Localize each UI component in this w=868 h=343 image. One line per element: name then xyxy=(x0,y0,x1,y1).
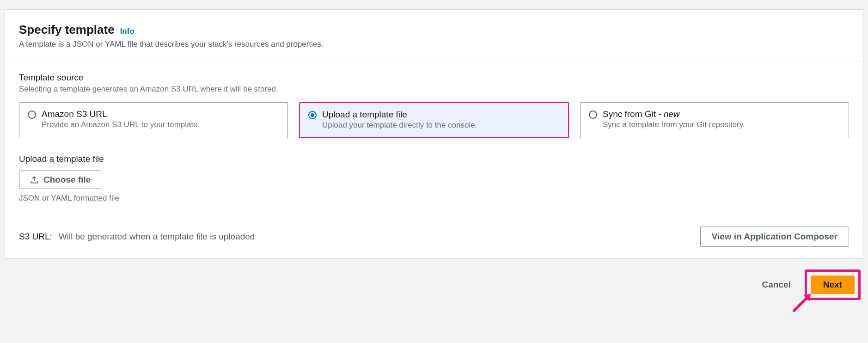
s3-url-label: S3 URL: xyxy=(19,232,52,242)
choose-file-button[interactable]: Choose file xyxy=(19,171,101,189)
radio-title: Sync from Git - new xyxy=(603,109,840,119)
panel-footer: S3 URL: Will be generated when a templat… xyxy=(5,216,863,258)
radio-desc: Sync a template from your Git repository… xyxy=(603,120,840,129)
new-badge: new xyxy=(664,109,680,119)
upload-icon xyxy=(30,175,39,184)
info-link[interactable]: Info xyxy=(120,27,134,36)
radio-icon xyxy=(28,110,36,119)
panel-subtitle: A template is a JSON or YAML file that d… xyxy=(19,40,849,49)
radio-title-prefix: Sync from Git - xyxy=(603,109,664,119)
radio-option-sync-git[interactable]: Sync from Git - new Sync a template from… xyxy=(580,102,849,138)
radio-icon xyxy=(308,111,317,119)
template-source-desc: Selecting a template generates an Amazon… xyxy=(19,85,849,94)
radio-option-s3-url[interactable]: Amazon S3 URL Provide an Amazon S3 URL t… xyxy=(19,102,288,138)
panel-header: Specify template Info A template is a JS… xyxy=(5,10,863,61)
s3-url-row: S3 URL: Will be generated when a templat… xyxy=(19,232,255,242)
panel-title: Specify template xyxy=(19,23,115,37)
template-source-options: Amazon S3 URL Provide an Amazon S3 URL t… xyxy=(19,102,849,138)
radio-title: Upload a template file xyxy=(322,110,560,120)
radio-desc: Provide an Amazon S3 URL to your templat… xyxy=(42,120,279,129)
cancel-button[interactable]: Cancel xyxy=(756,275,797,294)
upload-section: Upload a template file Choose file JSON … xyxy=(19,154,849,203)
choose-file-label: Choose file xyxy=(43,175,91,185)
upload-label: Upload a template file xyxy=(19,154,849,164)
radio-desc: Upload your template directly to the con… xyxy=(322,121,560,130)
radio-icon xyxy=(589,110,597,119)
radio-title: Amazon S3 URL xyxy=(42,109,279,119)
specify-template-panel: Specify template Info A template is a JS… xyxy=(5,9,863,258)
radio-option-upload-file[interactable]: Upload a template file Upload your templ… xyxy=(299,102,569,138)
next-button-highlight: Next xyxy=(805,270,861,300)
panel-body: Template source Selecting a template gen… xyxy=(5,61,863,216)
s3-url-value: Will be generated when a template file i… xyxy=(59,232,255,242)
next-button[interactable]: Next xyxy=(811,276,855,294)
view-in-application-composer-button[interactable]: View in Application Composer xyxy=(700,227,849,247)
wizard-actions: Cancel Next xyxy=(5,270,863,300)
template-source-label: Template source xyxy=(19,73,849,83)
upload-hint: JSON or YAML formatted file xyxy=(19,194,849,203)
